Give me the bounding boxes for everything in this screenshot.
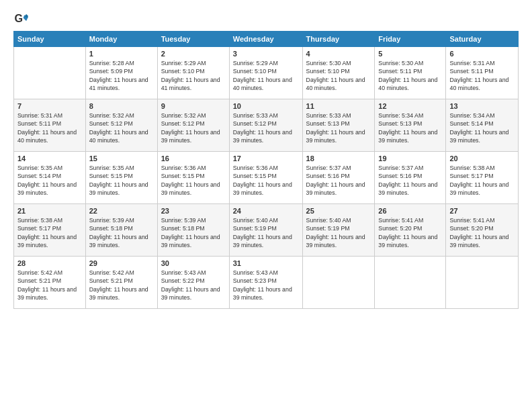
- weekday-header: Wednesday: [229, 32, 302, 47]
- day-info: Sunrise: 5:31 AMSunset: 5:11 PMDaylight:…: [449, 59, 515, 92]
- calendar-cell: 28Sunrise: 5:42 AMSunset: 5:21 PMDayligh…: [14, 257, 86, 309]
- day-info: Sunrise: 5:39 AMSunset: 5:18 PMDaylight:…: [161, 216, 226, 249]
- day-info: Sunrise: 5:34 AMSunset: 5:13 PMDaylight:…: [378, 111, 442, 144]
- calendar-week-row: 1Sunrise: 5:28 AMSunset: 5:09 PMDaylight…: [14, 47, 519, 99]
- day-number: 29: [89, 259, 154, 267]
- weekday-header: Saturday: [446, 32, 519, 47]
- calendar-cell: 16Sunrise: 5:36 AMSunset: 5:15 PMDayligh…: [157, 152, 229, 204]
- day-number: 21: [17, 207, 82, 215]
- calendar-cell: 22Sunrise: 5:39 AMSunset: 5:18 PMDayligh…: [85, 204, 157, 257]
- day-number: 18: [306, 154, 371, 163]
- day-number: 1: [89, 50, 154, 58]
- calendar-cell: 10Sunrise: 5:33 AMSunset: 5:12 PMDayligh…: [229, 99, 302, 152]
- day-info: Sunrise: 5:30 AMSunset: 5:10 PMDaylight:…: [306, 59, 371, 92]
- calendar-cell: 6Sunrise: 5:31 AMSunset: 5:11 PMDaylight…: [446, 47, 519, 99]
- day-info: Sunrise: 5:34 AMSunset: 5:14 PMDaylight:…: [449, 111, 515, 144]
- day-number: 9: [161, 102, 226, 110]
- day-info: Sunrise: 5:40 AMSunset: 5:19 PMDaylight:…: [233, 216, 299, 249]
- day-info: Sunrise: 5:38 AMSunset: 5:17 PMDaylight:…: [17, 216, 82, 249]
- calendar-cell: 8Sunrise: 5:32 AMSunset: 5:12 PMDaylight…: [85, 99, 157, 152]
- day-number: 28: [17, 259, 82, 267]
- day-info: Sunrise: 5:36 AMSunset: 5:15 PMDaylight:…: [233, 164, 299, 197]
- calendar-cell: 30Sunrise: 5:43 AMSunset: 5:22 PMDayligh…: [157, 257, 229, 309]
- logo: G: [13, 12, 31, 27]
- calendar-cell: 11Sunrise: 5:33 AMSunset: 5:13 PMDayligh…: [302, 99, 375, 152]
- page-header: G: [13, 12, 519, 27]
- calendar-cell: [375, 257, 446, 309]
- calendar-cell: 24Sunrise: 5:40 AMSunset: 5:19 PMDayligh…: [229, 204, 302, 257]
- weekday-header: Monday: [85, 32, 157, 47]
- calendar-cell: [446, 257, 519, 309]
- calendar-cell: 14Sunrise: 5:35 AMSunset: 5:14 PMDayligh…: [14, 152, 86, 204]
- day-number: 20: [449, 154, 515, 163]
- day-info: Sunrise: 5:32 AMSunset: 5:12 PMDaylight:…: [89, 111, 154, 144]
- day-number: 12: [378, 102, 442, 110]
- day-info: Sunrise: 5:33 AMSunset: 5:13 PMDaylight:…: [306, 111, 371, 144]
- calendar-cell: 18Sunrise: 5:37 AMSunset: 5:16 PMDayligh…: [302, 152, 375, 204]
- day-number: 31: [233, 259, 299, 267]
- calendar-cell: 12Sunrise: 5:34 AMSunset: 5:13 PMDayligh…: [375, 99, 446, 152]
- calendar-week-row: 28Sunrise: 5:42 AMSunset: 5:21 PMDayligh…: [14, 257, 519, 309]
- calendar-cell: 5Sunrise: 5:30 AMSunset: 5:11 PMDaylight…: [375, 47, 446, 99]
- day-number: 8: [89, 102, 154, 110]
- calendar-cell: [14, 47, 86, 99]
- calendar-week-row: 21Sunrise: 5:38 AMSunset: 5:17 PMDayligh…: [14, 204, 519, 257]
- day-info: Sunrise: 5:40 AMSunset: 5:19 PMDaylight:…: [306, 216, 371, 249]
- calendar-cell: [302, 257, 375, 309]
- day-number: 15: [89, 154, 154, 163]
- day-info: Sunrise: 5:42 AMSunset: 5:21 PMDaylight:…: [17, 269, 82, 302]
- calendar-cell: 20Sunrise: 5:38 AMSunset: 5:17 PMDayligh…: [446, 152, 519, 204]
- day-info: Sunrise: 5:43 AMSunset: 5:22 PMDaylight:…: [161, 269, 226, 302]
- day-number: 27: [449, 207, 515, 215]
- calendar-cell: 13Sunrise: 5:34 AMSunset: 5:14 PMDayligh…: [446, 99, 519, 152]
- calendar-cell: 29Sunrise: 5:42 AMSunset: 5:21 PMDayligh…: [85, 257, 157, 309]
- calendar-week-row: 14Sunrise: 5:35 AMSunset: 5:14 PMDayligh…: [14, 152, 519, 204]
- calendar-cell: 3Sunrise: 5:29 AMSunset: 5:10 PMDaylight…: [229, 47, 302, 99]
- day-number: 10: [233, 102, 299, 110]
- calendar-header-row: SundayMondayTuesdayWednesdayThursdayFrid…: [14, 32, 519, 47]
- day-number: 16: [161, 154, 226, 163]
- calendar-cell: 25Sunrise: 5:40 AMSunset: 5:19 PMDayligh…: [302, 204, 375, 257]
- day-number: 3: [233, 50, 299, 58]
- calendar-cell: 9Sunrise: 5:32 AMSunset: 5:12 PMDaylight…: [157, 99, 229, 152]
- day-number: 11: [306, 102, 371, 110]
- weekday-header: Thursday: [302, 32, 375, 47]
- day-info: Sunrise: 5:42 AMSunset: 5:21 PMDaylight:…: [89, 269, 154, 302]
- calendar-cell: 27Sunrise: 5:41 AMSunset: 5:20 PMDayligh…: [446, 204, 519, 257]
- calendar-cell: 31Sunrise: 5:43 AMSunset: 5:23 PMDayligh…: [229, 257, 302, 309]
- day-info: Sunrise: 5:33 AMSunset: 5:12 PMDaylight:…: [233, 111, 299, 144]
- calendar-cell: 23Sunrise: 5:39 AMSunset: 5:18 PMDayligh…: [157, 204, 229, 257]
- day-number: 5: [378, 50, 442, 58]
- calendar-cell: 19Sunrise: 5:37 AMSunset: 5:16 PMDayligh…: [375, 152, 446, 204]
- day-info: Sunrise: 5:35 AMSunset: 5:15 PMDaylight:…: [89, 164, 154, 197]
- weekday-header: Tuesday: [157, 32, 229, 47]
- day-info: Sunrise: 5:37 AMSunset: 5:16 PMDaylight:…: [306, 164, 371, 197]
- day-number: 24: [233, 207, 299, 215]
- calendar-cell: 4Sunrise: 5:30 AMSunset: 5:10 PMDaylight…: [302, 47, 375, 99]
- day-info: Sunrise: 5:41 AMSunset: 5:20 PMDaylight:…: [449, 216, 515, 249]
- calendar-table: SundayMondayTuesdayWednesdayThursdayFrid…: [13, 31, 519, 309]
- day-number: 6: [449, 50, 515, 58]
- day-number: 2: [161, 50, 226, 58]
- day-info: Sunrise: 5:31 AMSunset: 5:11 PMDaylight:…: [17, 111, 82, 144]
- weekday-header: Sunday: [14, 32, 86, 47]
- calendar-cell: 15Sunrise: 5:35 AMSunset: 5:15 PMDayligh…: [85, 152, 157, 204]
- svg-text:G: G: [14, 12, 23, 24]
- calendar-cell: 17Sunrise: 5:36 AMSunset: 5:15 PMDayligh…: [229, 152, 302, 204]
- logo-icon: G: [13, 12, 28, 27]
- day-number: 14: [17, 154, 82, 163]
- day-info: Sunrise: 5:43 AMSunset: 5:23 PMDaylight:…: [233, 269, 299, 302]
- day-info: Sunrise: 5:32 AMSunset: 5:12 PMDaylight:…: [161, 111, 226, 144]
- day-info: Sunrise: 5:37 AMSunset: 5:16 PMDaylight:…: [378, 164, 442, 197]
- day-info: Sunrise: 5:41 AMSunset: 5:20 PMDaylight:…: [378, 216, 442, 249]
- calendar-cell: 21Sunrise: 5:38 AMSunset: 5:17 PMDayligh…: [14, 204, 86, 257]
- calendar-week-row: 7Sunrise: 5:31 AMSunset: 5:11 PMDaylight…: [14, 99, 519, 152]
- day-number: 30: [161, 259, 226, 267]
- day-number: 17: [233, 154, 299, 163]
- calendar-cell: 7Sunrise: 5:31 AMSunset: 5:11 PMDaylight…: [14, 99, 86, 152]
- day-number: 7: [17, 102, 82, 110]
- day-number: 25: [306, 207, 371, 215]
- day-info: Sunrise: 5:29 AMSunset: 5:10 PMDaylight:…: [233, 59, 299, 92]
- day-number: 23: [161, 207, 226, 215]
- day-number: 13: [449, 102, 515, 110]
